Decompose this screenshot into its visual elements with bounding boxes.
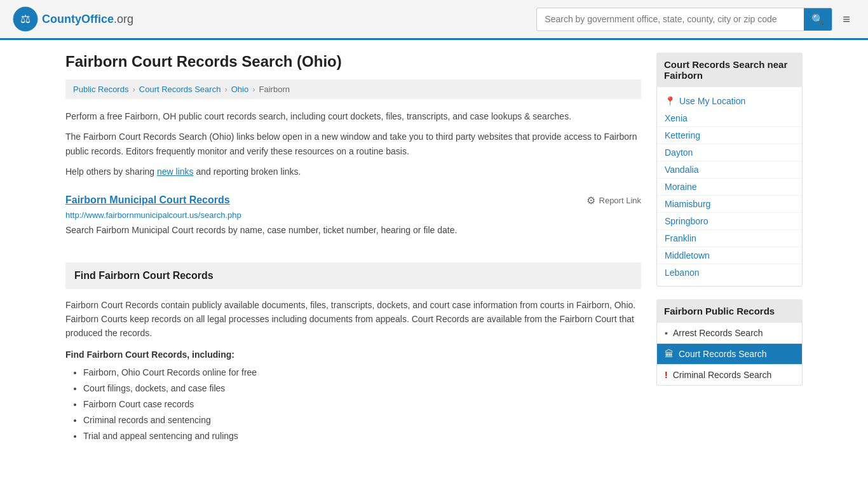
list-item: Criminal records and sentencing bbox=[83, 412, 641, 428]
nearby-content: 📍 Use My Location Xenia Kettering Dayton… bbox=[656, 87, 803, 287]
pr-item-criminal[interactable]: ! Criminal Records Search bbox=[657, 365, 802, 385]
breadcrumb-fairborn: Fairborn bbox=[259, 85, 290, 94]
record-title[interactable]: Fairborn Municipal Court Records bbox=[65, 194, 230, 206]
list-item: Fairborn, Ohio Court Records online for … bbox=[83, 365, 641, 381]
search-input[interactable] bbox=[537, 9, 804, 29]
breadcrumb-sep-2: › bbox=[224, 85, 227, 94]
svg-text:⚖: ⚖ bbox=[20, 13, 31, 25]
description-para3: Help others by sharing new links and rep… bbox=[65, 165, 641, 179]
list-item: Trial and appeal sentencing and rulings bbox=[83, 428, 641, 444]
report-label: Report Link bbox=[599, 196, 641, 205]
description-para1: Perform a free Fairborn, OH public court… bbox=[65, 109, 641, 123]
hamburger-icon: ≡ bbox=[843, 12, 850, 26]
search-icon: 🔍 bbox=[811, 14, 824, 25]
search-area: 🔍 ≡ bbox=[536, 8, 855, 31]
public-records-heading: Fairborn Public Records bbox=[656, 299, 803, 323]
find-list: Fairborn, Ohio Court Records online for … bbox=[65, 365, 641, 445]
pr-item-court[interactable]: 🏛 Court Records Search bbox=[657, 344, 802, 365]
report-link[interactable]: ⚙ Report Link bbox=[587, 194, 641, 207]
logo[interactable]: ⚖ CountyOffice.org bbox=[13, 6, 133, 32]
record-entry: Fairborn Municipal Court Records ⚙ Repor… bbox=[65, 194, 641, 247]
sidebar-link-lebanon[interactable]: Lebanon bbox=[657, 264, 802, 281]
arrest-label: Arrest Records Search bbox=[673, 328, 763, 338]
sidebar: Court Records Search near Fairborn 📍 Use… bbox=[656, 53, 803, 445]
main-container: Fairborn Court Records Search (Ohio) Pub… bbox=[53, 40, 815, 458]
court-label: Court Records Search bbox=[679, 349, 767, 359]
sidebar-link-middletown[interactable]: Middletown bbox=[657, 247, 802, 264]
new-links-link[interactable]: new links bbox=[157, 166, 194, 177]
report-icon: ⚙ bbox=[587, 194, 595, 207]
use-my-location-link[interactable]: Use My Location bbox=[679, 96, 745, 106]
list-item: Court filings, dockets, and case files bbox=[83, 381, 641, 396]
menu-button[interactable]: ≡ bbox=[837, 10, 855, 29]
arrest-icon: ▪ bbox=[665, 328, 668, 338]
use-location[interactable]: 📍 Use My Location bbox=[657, 92, 802, 110]
sidebar-link-franklin[interactable]: Franklin bbox=[657, 230, 802, 247]
record-url[interactable]: http://www.fairbornmunicipalcourt.us/sea… bbox=[65, 210, 641, 220]
find-description: Fairborn Court Records contain publicly … bbox=[65, 298, 641, 341]
nearby-section: Court Records Search near Fairborn 📍 Use… bbox=[656, 53, 803, 287]
sidebar-link-dayton[interactable]: Dayton bbox=[657, 144, 802, 161]
public-records-section: Fairborn Public Records ▪ Arrest Records… bbox=[656, 299, 803, 386]
court-icon: 🏛 bbox=[665, 349, 674, 359]
sidebar-link-moraine[interactable]: Moraine bbox=[657, 179, 802, 196]
content-area: Fairborn Court Records Search (Ohio) Pub… bbox=[65, 53, 641, 445]
list-item: Fairborn Court case records bbox=[83, 396, 641, 412]
logo-text: CountyOffice.org bbox=[42, 13, 133, 26]
breadcrumb: Public Records › Court Records Search › … bbox=[65, 79, 641, 99]
description-para3-before: Help others by sharing bbox=[65, 166, 157, 177]
find-including-label: Find Fairborn Court Records, including: bbox=[65, 349, 641, 360]
search-button[interactable]: 🔍 bbox=[804, 8, 832, 30]
breadcrumb-court-records[interactable]: Court Records Search bbox=[139, 85, 221, 94]
sidebar-link-vandalia[interactable]: Vandalia bbox=[657, 161, 802, 179]
record-description: Search Fairborn Municipal Court records … bbox=[65, 224, 641, 237]
breadcrumb-sep-1: › bbox=[132, 85, 135, 94]
sidebar-link-springboro[interactable]: Springboro bbox=[657, 213, 802, 230]
public-records-content: ▪ Arrest Records Search 🏛 Court Records … bbox=[656, 323, 803, 386]
pr-item-arrest[interactable]: ▪ Arrest Records Search bbox=[657, 323, 802, 344]
criminal-icon: ! bbox=[665, 370, 668, 380]
breadcrumb-sep-3: › bbox=[252, 85, 255, 94]
breadcrumb-ohio[interactable]: Ohio bbox=[231, 85, 248, 94]
record-header: Fairborn Municipal Court Records ⚙ Repor… bbox=[65, 194, 641, 207]
sidebar-link-miamisburg[interactable]: Miamisburg bbox=[657, 196, 802, 213]
breadcrumb-public-records[interactable]: Public Records bbox=[73, 85, 128, 94]
sidebar-link-xenia[interactable]: Xenia bbox=[657, 110, 802, 127]
location-pin-icon: 📍 bbox=[665, 96, 675, 106]
sidebar-link-kettering[interactable]: Kettering bbox=[657, 127, 802, 144]
nearby-heading: Court Records Search near Fairborn bbox=[656, 53, 803, 87]
search-bar: 🔍 bbox=[536, 8, 832, 31]
find-section-heading: Find Fairborn Court Records bbox=[74, 270, 632, 281]
site-header: ⚖ CountyOffice.org 🔍 ≡ bbox=[0, 0, 868, 40]
description-para2: The Fairborn Court Records Search (Ohio)… bbox=[65, 130, 641, 158]
find-section-header: Find Fairborn Court Records bbox=[65, 262, 641, 289]
criminal-label: Criminal Records Search bbox=[673, 370, 772, 380]
page-title: Fairborn Court Records Search (Ohio) bbox=[65, 53, 641, 71]
description-para3-after: and reporting broken links. bbox=[194, 166, 301, 177]
logo-icon: ⚖ bbox=[13, 6, 38, 32]
